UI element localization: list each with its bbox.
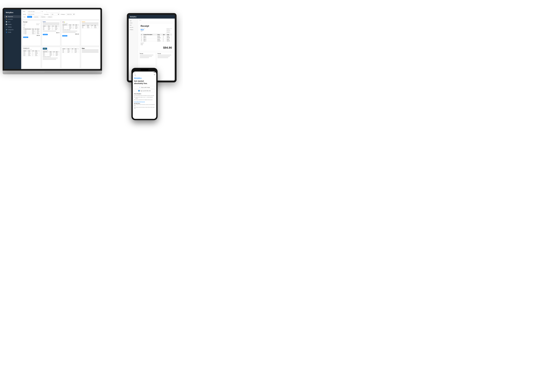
laptop-sidebar: WellyBox 📋 Expenses ✏️ Accounts 🔄 Sync bbox=[4, 9, 21, 69]
filter-tag-irrelevant[interactable]: Irrelevant bbox=[47, 16, 53, 18]
table-row: Item$5.001$5.00 bbox=[43, 29, 59, 30]
why-wellybox-title: Why WellyBox bbox=[134, 93, 155, 94]
phone-searchbar bbox=[133, 73, 156, 76]
feature-dot-3 bbox=[134, 99, 135, 100]
receipt-table-1: # Product Description Price Qty Total bbox=[23, 28, 40, 34]
receipt-lines-2 bbox=[43, 23, 59, 25]
filter-tag-published[interactable]: Published bbox=[40, 16, 46, 18]
search-icon[interactable] bbox=[134, 74, 136, 76]
phone-notch bbox=[141, 69, 148, 71]
phone: 10:41 ▌▌▌ WellyBox Get startedabsolutely… bbox=[131, 68, 158, 120]
receipt-table-6: Product DescPriceQtyTotal Item 1$5.001$5… bbox=[43, 51, 59, 56]
menu-icon[interactable] bbox=[154, 74, 155, 75]
categories-icon: ⚙️ bbox=[6, 29, 7, 30]
company-name-display: Wal… bbox=[23, 27, 26, 28]
google-signup-button[interactable]: G Sign up with Google bbox=[134, 86, 155, 89]
table-row: 3Item 3$5.001$5.00 bbox=[23, 32, 40, 33]
expenses-icon: 📋 bbox=[6, 16, 7, 17]
sidebar-item-profile[interactable]: 👤 Profile bbox=[4, 31, 21, 34]
tablet-filter-tag-any[interactable]: Any bbox=[139, 19, 141, 21]
sidebar-item-portals[interactable]: 📊 Portals bbox=[4, 23, 21, 26]
invoice-date-label: INVOICE DATE bbox=[36, 23, 40, 24]
profile-icon: 👤 bbox=[6, 32, 7, 33]
download-btn-1[interactable]: Download bbox=[23, 37, 28, 38]
receipt-table-5: ProductPriceQtyTotal Item 1$5.001$20.00 … bbox=[23, 50, 40, 56]
filter-tag-review[interactable]: Review bbox=[27, 16, 32, 18]
ad-space: ADVERTISING SPACE HERE bbox=[23, 49, 40, 50]
invoice-date-label: INVOICE DATE bbox=[167, 28, 172, 29]
download-btn-2[interactable]: Download bbox=[43, 34, 48, 35]
terms-label-3: TERMS AND CONDITIONS bbox=[62, 29, 79, 30]
invoice-date-block: INVOICE DATE bbox=[36, 23, 40, 27]
sidebar-item-sync[interactable]: 🔄 Sync bbox=[4, 21, 21, 23]
tablet-sidebar-vendor[interactable]: Vendor bbox=[129, 22, 138, 24]
phone-battery: ▌▌▌ bbox=[154, 72, 155, 73]
tablet-filter: Any bbox=[138, 19, 175, 22]
vendor-input[interactable] bbox=[28, 13, 43, 15]
table-row: Item$5.001$5.00 bbox=[62, 49, 79, 51]
laptop-screen: WellyBox 📋 Expenses ✏️ Accounts 🔄 Sync bbox=[4, 9, 100, 69]
table-row: 2Item 2$70.001$70.00 bbox=[23, 31, 40, 32]
company-watermark: Wal… bbox=[23, 27, 40, 28]
subtotal-section: Subtotal Taxes Notes bbox=[141, 42, 144, 45]
paypal-logo: PayPal bbox=[43, 21, 59, 22]
small-card-title-1: Receipt bbox=[140, 53, 155, 54]
receipt-card-6: IKEA COMPANY NAME Product DescPriceQtyTo… bbox=[42, 47, 60, 68]
table-row: Item$10.001$10.00 bbox=[43, 28, 59, 29]
entities-icon: ✔️ bbox=[6, 26, 7, 28]
from-date-input[interactable] bbox=[28, 10, 41, 13]
filter-tag-inprocess[interactable]: In process bbox=[33, 16, 39, 18]
invoice-number-label: INVOICE # bbox=[167, 32, 172, 32]
tablet-sidebar-type[interactable]: Type bbox=[129, 20, 138, 22]
laptop-base bbox=[3, 71, 102, 74]
feature-text-3: Find any receipt fast from multiple emai… bbox=[135, 99, 153, 100]
receipt-card-1: Receipt INVOICE TO INVOICE DATE bbox=[22, 21, 41, 46]
sidebar-item-entities[interactable]: ✔️ Entities bbox=[4, 26, 21, 28]
category-select[interactable]: Select One bbox=[66, 13, 75, 15]
receipt-table-2: ProductPriceQtyTotal Item$5.001$5.00 Ite… bbox=[43, 25, 59, 30]
small-card-title-2: Receipt bbox=[158, 53, 173, 54]
vendor-label: Vendor bbox=[23, 14, 26, 15]
table-row: Item$5.001$5.00 bbox=[62, 28, 79, 29]
google-icon: G bbox=[139, 87, 141, 88]
receipt-total-1: $94.90 bbox=[23, 35, 40, 36]
table-row: Item$10.001$10.00 bbox=[62, 27, 79, 28]
feature-text-2: Connect all the apps you use — no files … bbox=[135, 97, 155, 99]
big-receipt-total: $94.90 bbox=[141, 46, 172, 49]
accounts-select[interactable]: Any Business Personal bbox=[50, 13, 60, 15]
amazon-logo: amazon bbox=[82, 21, 99, 22]
big-receipt-table: # Product Description Price Qty Total bbox=[141, 34, 172, 42]
phone-features: Automatically collect all receipts & inv… bbox=[134, 95, 155, 100]
phone-screen: 10:41 ▌▌▌ WellyBox Get startedabsolutely… bbox=[133, 71, 156, 119]
feature-dot-1 bbox=[134, 95, 135, 96]
filter-tag-any[interactable]: Any bbox=[23, 16, 26, 18]
laptop: WellyBox 📋 Expenses ✏️ Accounts 🔄 Sync bbox=[3, 8, 102, 76]
table-row: Item 4$15.001$10.00 bbox=[23, 55, 40, 56]
tablet-sidebar-accounts[interactable]: Accounts bbox=[129, 26, 138, 28]
phone-statusbar: 10:41 ▌▌▌ bbox=[133, 71, 156, 73]
feature-text-1: Automatically collect all receipts & inv… bbox=[135, 95, 154, 96]
sidebar-item-expenses[interactable]: 📋 Expenses bbox=[4, 15, 21, 18]
to-date-input[interactable] bbox=[46, 10, 59, 13]
office365-signup-button[interactable]: W Sign Up with Office 365 bbox=[134, 89, 155, 92]
invoice-to-block: INVOICE TO bbox=[23, 23, 26, 27]
receipt-card-3: ebay COMPANY NAME Product DescPriceQtyTo… bbox=[61, 21, 80, 46]
receipt-total-3: $592.28 bbox=[62, 34, 79, 35]
phone-headline: Get startedabsolutely free. bbox=[134, 80, 155, 84]
invoice-date-section: INVOICE DATE DUE DATE INVOICE # bbox=[167, 28, 172, 33]
filter-bar: From To Vendor Accounts Any Business bbox=[21, 9, 100, 19]
notes-label: Notes bbox=[141, 44, 144, 45]
tablet-topbar: WellyBox bbox=[129, 15, 175, 19]
laptop-body: WellyBox 📋 Expenses ✏️ Accounts 🔄 Sync bbox=[3, 8, 102, 71]
sidebar-item-accounts[interactable]: ✏️ Accounts bbox=[4, 18, 21, 21]
download-btn-3[interactable]: Download bbox=[62, 35, 67, 36]
laptop-main: From To Vendor Accounts Any Business bbox=[21, 9, 100, 69]
sidebar-item-categories[interactable]: ⚙️ Categories bbox=[4, 28, 21, 31]
invoice-lines bbox=[141, 30, 145, 32]
shopping-logo: shopping.com bbox=[23, 48, 40, 49]
ikea-logo: IKEA bbox=[43, 48, 47, 49]
receipt-card-7: ProductPriceQtyTotal Item$5.001$5.00 Ite… bbox=[61, 47, 80, 68]
invoice-to-line bbox=[23, 24, 26, 25]
tablet-sidebar-date[interactable]: Date bbox=[129, 24, 138, 26]
tablet-sidebar-category[interactable]: Category bbox=[129, 28, 138, 31]
